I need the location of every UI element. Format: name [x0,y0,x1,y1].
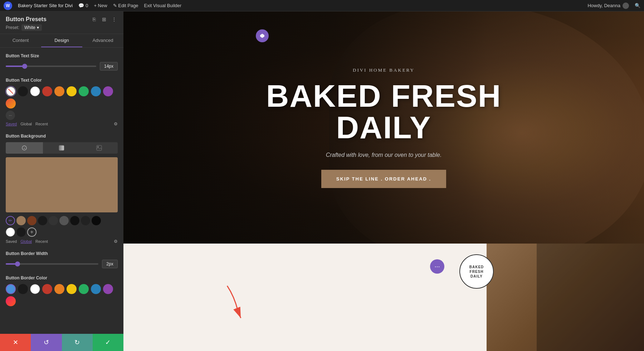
swatch-black[interactable] [18,86,28,96]
tab-saved[interactable]: Saved [6,122,17,126]
comment-icon: 💬 [78,3,84,8]
undo-button[interactable]: ↺ [31,334,62,351]
preset-dropdown-icon: ▾ [37,25,39,30]
below-hero-image-dark [537,244,644,351]
tab-saved-bg[interactable]: Saved [6,239,17,244]
swatch-dark1[interactable] [38,216,47,225]
cancel-button[interactable]: ✕ [0,334,31,351]
button-border-color-section: Button Border Color [6,275,118,306]
swatch-red[interactable] [42,86,52,96]
swatch-green[interactable] [79,86,89,96]
button-border-color-label: Button Border Color [6,275,118,280]
bg-tab-image[interactable] [80,142,118,154]
tab-content[interactable]: Content [0,34,41,47]
swatch-border-purple[interactable] [103,284,113,294]
swatch-yellow[interactable] [67,86,77,96]
swatch-pen-edit[interactable]: ✏ [6,216,15,225]
background-color-preview[interactable] [6,157,118,212]
wp-logo-icon[interactable]: W [4,1,12,10]
button-background-section: Button Background ✏ [6,134,118,244]
more-icon[interactable]: ⋮ [111,16,118,23]
tab-advanced[interactable]: Advanced [82,34,123,47]
bg-bottom-swatches2: + [6,227,118,237]
text-size-thumb[interactable] [22,64,27,69]
swatch-vdark[interactable] [70,216,79,225]
save-button[interactable]: ✓ [93,334,123,351]
bg-tab-color[interactable] [6,142,43,154]
layout-icon[interactable]: ⊞ [101,16,108,23]
settings-panel: Button Presets ⎘ ⊞ ⋮ Preset: White ▾ Con… [0,11,123,351]
swatch-add-btn[interactable]: + [27,227,36,237]
new-link[interactable]: + New [94,3,107,8]
site-name-link[interactable]: Bakery Starter Site for Divi [18,3,73,8]
panel-header: Button Presets ⎘ ⊞ ⋮ Preset: White ▾ [0,11,123,34]
user-avatar [623,3,629,9]
button-border-width-label: Button Border Width [6,251,118,256]
swatch-border-green[interactable] [79,284,89,294]
divi-float-button[interactable] [256,29,269,42]
hero-cta-button[interactable]: SKIP THE LINE . ORDER AHEAD . [321,170,446,188]
panel-tabs: Content Design Advanced [0,34,123,48]
text-color-tabs: Saved Global Recent ⚙ [6,121,118,126]
canvas-area: DIVI HOME BAKERY BAKED FRESH DAILY Craft… [123,11,644,351]
below-hero-section: ··· BAKED FRESH DAILY [123,244,644,351]
comments-link[interactable]: 💬 0 [78,3,88,8]
copy-icon[interactable]: ⎘ [91,16,98,23]
swatch-nearblack[interactable] [92,216,101,225]
swatch-border-red[interactable] [42,284,52,294]
swatch-gray[interactable] [59,216,69,225]
bg-settings-icon[interactable]: ⚙ [114,239,118,244]
swatch-pen[interactable] [6,98,16,109]
swatch-transparent[interactable] [6,86,16,96]
swatch-settings-icon[interactable]: ⚙ [114,121,118,126]
border-width-thumb[interactable] [15,261,20,266]
tab-global[interactable]: Global [20,122,32,126]
swatch-orange[interactable] [54,86,64,96]
border-width-slider[interactable] [6,263,98,265]
swatch-charcoal[interactable] [81,216,90,225]
swatch-border-blue[interactable] [91,284,101,294]
swatch-border-black[interactable] [18,284,28,294]
edit-page-link[interactable]: ✎ Edit Page [113,3,138,8]
text-color-swatches [6,86,118,109]
stamp-circle: BAKED FRESH DAILY [459,254,494,289]
swatch-dark2[interactable] [49,216,58,225]
tab-global-bg[interactable]: Global [20,239,32,244]
svg-rect-2 [97,145,102,150]
hero-section: DIVI HOME BAKERY BAKED FRESH DAILY Craft… [123,11,644,244]
tab-recent-bg[interactable]: Recent [35,239,48,244]
preset-value[interactable]: White ▾ [21,24,42,31]
svg-rect-1 [59,145,64,150]
swatch-more[interactable]: ··· [6,111,15,120]
swatch-tan[interactable] [16,216,26,225]
tab-recent[interactable]: Recent [35,122,48,126]
button-text-color-section: Button Text Color ··· Sav [6,78,118,126]
text-size-input[interactable] [100,62,118,71]
border-width-input[interactable] [102,260,118,268]
dots-menu-button[interactable]: ··· [430,259,444,274]
swatch-blue[interactable] [91,86,101,96]
swatch-border-yellow[interactable] [67,284,77,294]
divi-logo-icon [259,33,265,39]
panel-content: Button Text Size Button Text Color [0,48,123,334]
swatch-white[interactable] [30,86,40,96]
image-icon [96,145,102,151]
text-size-slider[interactable] [6,66,96,67]
wp-admin-bar: W Bakery Starter Site for Divi 💬 0 + New… [0,0,644,11]
redo-button[interactable]: ↻ [62,334,93,351]
bg-tab-gradient[interactable] [43,142,80,154]
exit-visual-builder-link[interactable]: Exit Visual Builder [144,3,182,8]
hero-subtitle: DIVI HOME BAKERY [266,67,502,73]
swatch-brown[interactable] [27,216,36,225]
swatch-white2[interactable] [6,227,15,237]
swatch-border-pink[interactable] [6,296,16,306]
swatch-border-orange[interactable] [54,284,64,294]
tab-design[interactable]: Design [41,34,82,47]
swatch-black2[interactable] [16,227,26,237]
swatch-border-pen[interactable] [6,284,16,294]
swatch-border-white[interactable] [30,284,40,294]
button-border-width-section: Button Border Width [6,251,118,268]
button-text-color-label: Button Text Color [6,78,118,83]
swatch-purple[interactable] [103,86,113,96]
admin-search-icon[interactable]: 🔍 [635,3,640,8]
